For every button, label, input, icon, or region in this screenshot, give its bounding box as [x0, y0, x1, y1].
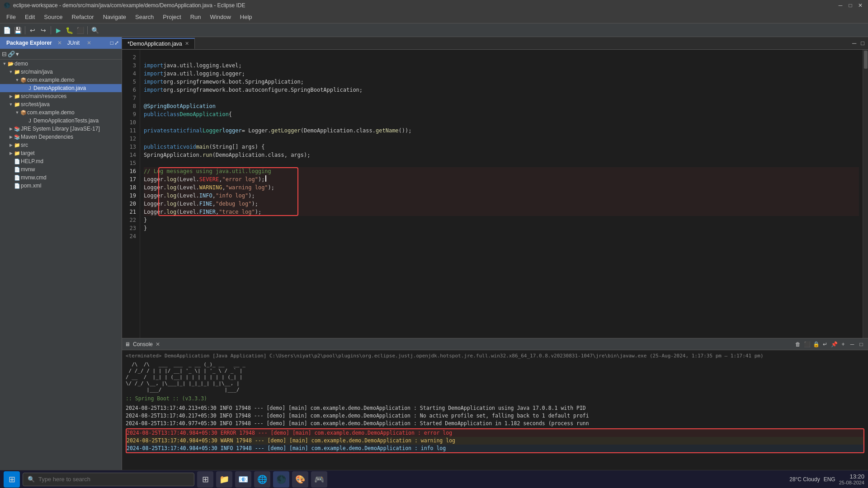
sidebar-tree-item[interactable]: ▶📚Maven Dependencies [0, 133, 122, 141]
taskbar-app-3[interactable]: 🌐 [254, 471, 270, 488]
search-icon: 🔍 [28, 476, 35, 483]
menu-help[interactable]: Help [236, 12, 257, 22]
toolbar-debug[interactable]: 🐛 [64, 25, 74, 35]
collapse-all-icon[interactable]: ⊟ [2, 51, 7, 57]
link-editor-icon[interactable]: 🔗 [8, 51, 15, 57]
code-line[interactable] [144, 53, 859, 61]
menu-run[interactable]: Run [186, 12, 206, 22]
menu-edit[interactable]: Edit [20, 12, 39, 22]
toolbar-stop[interactable]: ⬛ [75, 25, 85, 35]
sidebar-tree-item[interactable]: ▶📁src/main/resources [0, 92, 122, 100]
code-line[interactable]: import java.util.logging.Level; [144, 61, 859, 70]
taskbar-app-4[interactable]: 🎨 [292, 471, 308, 488]
sidebar-tree-item[interactable]: ▶📁src [0, 141, 122, 149]
tab-maximize-icon[interactable]: □ [859, 39, 866, 47]
code-line[interactable]: Logger.log(Level.FINE, "debug log"); [144, 200, 859, 208]
sidebar-tree-item[interactable]: ▶📁target [0, 149, 122, 157]
taskbar-search-bar[interactable]: 🔍 [23, 473, 194, 486]
code-line[interactable]: import org.springframework.boot.SpringAp… [144, 78, 859, 86]
console-word-wrap[interactable]: ↵ [821, 340, 829, 348]
code-line[interactable]: @SpringBootApplication [144, 102, 859, 110]
taskbar-app-5[interactable]: 🎮 [311, 471, 327, 488]
vertical-scrollbar[interactable] [863, 50, 868, 338]
code-content[interactable]: import java.util.logging.Level;import ja… [140, 50, 863, 338]
taskbar-search-input[interactable] [38, 476, 189, 483]
scroll-thumb[interactable] [864, 51, 868, 69]
sidebar-minimize-icon[interactable]: □ [110, 40, 113, 46]
code-line[interactable]: private static final Logger logger = Log… [144, 127, 859, 135]
sidebar-tree-item[interactable]: JDemoApplication.java [0, 84, 122, 92]
sidebar-tree-item[interactable]: ▼📁src/test/java [0, 100, 122, 108]
sidebar-tree-item[interactable]: 📄mvnw [0, 165, 122, 174]
sidebar-tree-item[interactable]: 📄mvnw.cmd [0, 174, 122, 182]
sidebar-tree-item[interactable]: 📄pom.xml [0, 182, 122, 190]
menu-navigate[interactable]: Navigate [99, 12, 131, 22]
code-line[interactable] [144, 135, 859, 143]
code-line[interactable]: } [144, 216, 859, 224]
toolbar-redo[interactable]: ↪ [38, 25, 48, 35]
code-line[interactable]: public class DemoApplication { [144, 110, 859, 118]
toolbar-run[interactable]: ▶ [53, 25, 63, 35]
menu-project[interactable]: Project [158, 12, 185, 22]
menu-window[interactable]: Window [206, 12, 236, 22]
maximize-button[interactable]: □ [846, 1, 854, 9]
sidebar-tree-item[interactable]: JDemoApplicationTests.java [0, 117, 122, 125]
code-line[interactable] [144, 159, 859, 167]
console-scroll-lock[interactable]: 🔒 [812, 340, 820, 348]
toolbar-undo[interactable]: ↩ [28, 25, 38, 35]
console-tab-close[interactable]: ✕ [156, 341, 160, 347]
sidebar-tree-item[interactable]: 📄HELP.md [0, 157, 122, 165]
console-minimize[interactable]: ─ [848, 340, 856, 348]
console-clear[interactable]: 🗑 [794, 340, 802, 348]
code-line[interactable]: import org.springframework.boot.autoconf… [144, 86, 859, 94]
console-maximize[interactable]: □ [857, 340, 865, 348]
code-editor[interactable]: 23456789101112131415161718192021222324 i… [122, 50, 868, 338]
taskbar-app-eclipse[interactable]: 🌑 [273, 471, 289, 488]
editor-tab-demoapplication[interactable]: *DemoApplication.java ✕ [122, 38, 195, 49]
code-line[interactable]: // Log messages using java.util.logging [144, 167, 859, 175]
sidebar-menu-icon[interactable]: ▾ [16, 51, 19, 57]
code-line[interactable]: import java.util.logging.Logger; [144, 70, 859, 78]
toolbar-new[interactable]: 📄 [2, 25, 12, 35]
code-line[interactable] [144, 94, 859, 102]
menu-refactor[interactable]: Refactor [67, 12, 99, 22]
code-line[interactable]: public static void main(String[] args) { [144, 143, 859, 151]
task-view-button[interactable]: ⊞ [197, 471, 213, 488]
code-line[interactable]: } [144, 224, 859, 232]
tab-minimize-icon[interactable]: ─ [850, 39, 858, 47]
menu-source[interactable]: Source [39, 12, 67, 22]
sidebar-tree-item[interactable]: ▼📦com.example.demo [0, 76, 122, 84]
editor-tab-close[interactable]: ✕ [185, 41, 189, 47]
toolbar-search[interactable]: 🔍 [90, 25, 100, 35]
toolbar-save[interactable]: 💾 [13, 25, 23, 35]
code-line[interactable]: Logger.log(Level.WARNING, "warning log")… [144, 183, 859, 192]
code-line[interactable]: Logger.log(Level.SEVERE, "error log"); [144, 175, 859, 183]
sidebar-tree-item[interactable]: ▶📚JRE System Library [JavaSE-17] [0, 125, 122, 133]
taskbar-app-2[interactable]: 📧 [235, 471, 251, 488]
sidebar-tree-item[interactable]: ▼📁src/main/java [0, 68, 122, 76]
console-new[interactable]: + [839, 340, 847, 348]
console-pin[interactable]: 📌 [830, 340, 838, 348]
console-stop[interactable]: ⬛ [803, 340, 811, 348]
taskbar-left: ⊞ 🔍 ⊞ 📁 📧 🌐 🌑 🎨 🎮 [4, 471, 327, 488]
console-tab-label[interactable]: Console [133, 341, 153, 347]
sidebar-tree-item[interactable]: ▼📂demo [0, 60, 122, 68]
code-line[interactable]: SpringApplication.run(DemoApplication.cl… [144, 151, 859, 159]
menu-search[interactable]: Search [131, 12, 158, 22]
tab-package-explorer[interactable]: Package Explorer [3, 39, 56, 47]
sidebar-maximize-icon[interactable]: ⤢ [114, 40, 119, 46]
line-number: 7 [126, 94, 136, 102]
code-line[interactable]: Logger.log(Level.INFO, "info log"); [144, 192, 859, 200]
tab-junit[interactable]: JUnit [64, 39, 83, 47]
menu-bar: File Edit Source Refactor Navigate Searc… [0, 11, 868, 23]
code-line[interactable] [144, 232, 859, 240]
close-button[interactable]: ✕ [856, 1, 864, 9]
sidebar-tree-item[interactable]: ▼📦com.example.demo [0, 108, 122, 117]
title-bar-controls[interactable]: ─ □ ✕ [836, 1, 864, 9]
code-line[interactable]: Logger.log(Level.FINER, "trace log"); [144, 208, 859, 216]
start-button[interactable]: ⊞ [4, 471, 20, 488]
code-line[interactable] [144, 118, 859, 127]
minimize-button[interactable]: ─ [836, 1, 844, 9]
taskbar-app-1[interactable]: 📁 [216, 471, 232, 488]
menu-file[interactable]: File [2, 12, 20, 22]
